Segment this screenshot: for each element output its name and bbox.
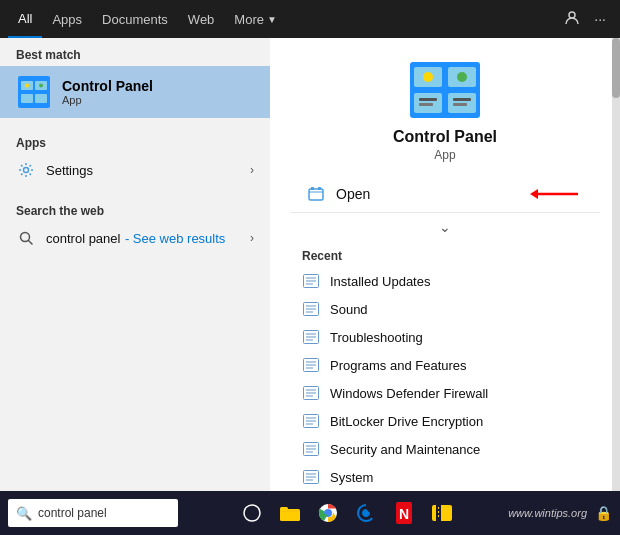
recent-item-label: BitLocker Drive Encryption [330, 414, 483, 429]
tab-all[interactable]: All [8, 0, 42, 38]
nav-icons: ··· [564, 10, 612, 29]
svg-rect-1 [18, 76, 50, 108]
svg-line-10 [29, 241, 33, 245]
app-icon-large [410, 62, 480, 118]
svg-point-17 [457, 72, 467, 82]
svg-rect-21 [453, 103, 467, 106]
recent-section: Recent Installed Updates Sound [286, 241, 604, 491]
task-view-icon[interactable] [238, 499, 266, 527]
recent-item-label: Installed Updates [330, 274, 430, 289]
search-web-section: Search the web control panel - See web r… [0, 188, 270, 256]
recent-item[interactable]: Programs and Features [286, 351, 604, 379]
taskbar-search-text: control panel [38, 506, 107, 520]
recent-item-icon [302, 412, 320, 430]
svg-rect-73 [438, 511, 439, 513]
more-chevron-icon: ▼ [267, 14, 277, 25]
expand-chevron-icon: ⌄ [439, 219, 451, 235]
best-match-item[interactable]: Control Panel App [0, 66, 270, 118]
svg-point-8 [24, 168, 29, 173]
open-button[interactable]: Open [290, 176, 600, 213]
settings-item[interactable]: Settings › [0, 154, 270, 186]
see-web-results-link: - See web results [125, 231, 225, 246]
svg-rect-72 [438, 507, 439, 509]
taskbar-icons: N [186, 499, 508, 527]
winzip-icon[interactable] [428, 499, 456, 527]
recent-item[interactable]: Sound [286, 295, 604, 323]
best-match-title: Control Panel [62, 78, 153, 94]
main-content: Best match Control Panel [0, 38, 620, 491]
recent-item[interactable]: System [286, 463, 604, 491]
svg-rect-23 [311, 187, 314, 190]
app-type: App [434, 148, 455, 162]
svg-rect-19 [419, 103, 433, 106]
search-web-item[interactable]: control panel - See web results › [0, 222, 270, 254]
svg-point-7 [39, 84, 43, 88]
svg-point-63 [244, 505, 260, 521]
search-web-icon [16, 228, 36, 248]
left-panel: Best match Control Panel [0, 38, 270, 491]
svg-rect-18 [419, 98, 437, 101]
scrollbar-thumb[interactable] [612, 38, 620, 98]
search-web-chevron-icon: › [250, 231, 254, 245]
settings-icon [16, 160, 36, 180]
svg-rect-20 [453, 98, 471, 101]
svg-point-16 [423, 72, 433, 82]
recent-item-icon [302, 272, 320, 290]
open-icon [306, 184, 326, 204]
recent-item-icon [302, 468, 320, 486]
recent-item[interactable]: Windows Defender Firewall [286, 379, 604, 407]
recent-item-label: Programs and Features [330, 358, 467, 373]
recent-item[interactable]: Security and Maintenance [286, 435, 604, 463]
recent-item-label: Sound [330, 302, 368, 317]
tab-apps[interactable]: Apps [42, 0, 92, 38]
netflix-icon[interactable]: N [390, 499, 418, 527]
start-menu: All Apps Documents Web More ▼ ··· [0, 0, 620, 535]
expand-button[interactable]: ⌄ [290, 213, 600, 241]
chrome-icon[interactable] [314, 499, 342, 527]
tab-more[interactable]: More ▼ [224, 0, 287, 38]
recent-item-icon [302, 300, 320, 318]
taskbar-right: www.wintips.org 🔒 [508, 505, 612, 521]
svg-point-0 [569, 12, 575, 18]
recent-item[interactable]: BitLocker Drive Encryption [286, 407, 604, 435]
search-web-query: control panel [46, 231, 120, 246]
svg-rect-22 [309, 189, 323, 200]
tab-documents[interactable]: Documents [92, 0, 178, 38]
svg-marker-26 [530, 189, 538, 199]
svg-rect-70 [432, 505, 452, 521]
apps-label: Apps [0, 126, 270, 154]
apps-section: Apps Settings › [0, 120, 270, 188]
ellipsis-icon[interactable]: ··· [594, 11, 606, 27]
svg-text:N: N [399, 506, 409, 522]
svg-rect-4 [21, 94, 33, 103]
recent-items-list: Installed Updates Sound Troubleshooting [286, 267, 604, 491]
red-arrow-annotation [530, 185, 584, 203]
recent-item-icon [302, 328, 320, 346]
taskbar-search-icon: 🔍 [16, 506, 32, 521]
search-web-label: Search the web [0, 194, 270, 222]
svg-rect-74 [438, 515, 439, 517]
best-match-text: Control Panel App [62, 78, 153, 106]
recent-item-label: System [330, 470, 373, 485]
scrollbar[interactable] [612, 38, 620, 491]
recent-item[interactable]: Installed Updates [286, 267, 604, 295]
svg-rect-5 [35, 94, 47, 103]
edge-icon[interactable] [352, 499, 380, 527]
svg-rect-24 [318, 187, 321, 190]
svg-rect-65 [280, 507, 288, 511]
watermark-text: www.wintips.org [508, 507, 587, 519]
person-icon[interactable] [564, 10, 580, 29]
open-label: Open [336, 186, 522, 202]
file-explorer-icon[interactable] [276, 499, 304, 527]
recent-item-icon [302, 384, 320, 402]
taskbar-search[interactable]: 🔍 control panel [8, 499, 178, 527]
best-match-subtitle: App [62, 94, 153, 106]
recent-item[interactable]: Troubleshooting [286, 323, 604, 351]
recent-item-label: Troubleshooting [330, 330, 423, 345]
recent-item-icon [302, 356, 320, 374]
top-nav: All Apps Documents Web More ▼ ··· [0, 0, 620, 38]
control-panel-icon [16, 74, 52, 110]
recent-item-label: Security and Maintenance [330, 442, 480, 457]
tab-web[interactable]: Web [178, 0, 225, 38]
recent-item-icon [302, 440, 320, 458]
